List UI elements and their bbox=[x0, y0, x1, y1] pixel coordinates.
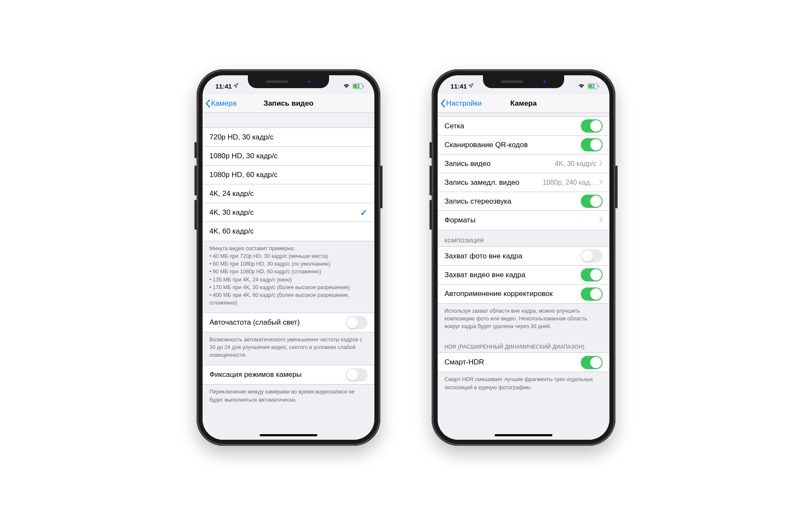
wifi-icon bbox=[578, 83, 585, 89]
row-detail: 4K, 30 кадр/с bbox=[555, 160, 597, 168]
toggle[interactable] bbox=[581, 268, 603, 281]
composition-footer: Используя захват области вне кадра, можн… bbox=[438, 304, 609, 336]
lock-camera-footer: Переключение между камерами во время вид… bbox=[203, 385, 374, 409]
row-label: Запись замедл. видео bbox=[444, 178, 543, 187]
svg-rect-5 bbox=[598, 85, 599, 87]
chevron-right-icon bbox=[599, 178, 603, 187]
row-label: Запись видео bbox=[444, 160, 555, 168]
volume-up[interactable] bbox=[430, 166, 432, 195]
svg-rect-2 bbox=[363, 85, 364, 87]
option-label: 4K, 30 кадр/с bbox=[209, 208, 360, 217]
check-icon: ✓ bbox=[360, 207, 368, 218]
settings-row[interactable]: Смарт-HDR bbox=[438, 353, 609, 372]
back-button[interactable]: Настройки bbox=[440, 99, 482, 108]
row-label: Захват фото вне кадра bbox=[444, 252, 581, 260]
power-button[interactable] bbox=[380, 166, 382, 208]
toggle[interactable] bbox=[581, 287, 603, 301]
nav-bar: Камера Запись видео bbox=[203, 94, 374, 113]
resolution-option[interactable]: 1080p HD, 60 кадр/с bbox=[203, 166, 374, 184]
nav-bar: Настройки Камера bbox=[438, 94, 609, 113]
mute-switch[interactable] bbox=[430, 142, 432, 158]
phone-right: 11:41 Настройки Камера bbox=[432, 69, 615, 446]
toggle[interactable] bbox=[581, 138, 603, 151]
notch bbox=[248, 75, 329, 88]
auto-fps-footer: Возможность автоматического уменьшения ч… bbox=[203, 332, 374, 365]
resolution-option[interactable]: 4K, 30 кадр/с✓ bbox=[203, 203, 374, 222]
settings-row[interactable]: Запись замедл. видео1080p, 240 кад… bbox=[438, 173, 609, 192]
hdr-footer: Смарт-HDR смешивает лучшие фрагменты тре… bbox=[438, 372, 609, 397]
volume-up[interactable] bbox=[194, 166, 197, 195]
content: 720p HD, 30 кадр/с1080p HD, 30 кадр/с108… bbox=[203, 113, 374, 440]
row-label: Захват видео вне кадра bbox=[444, 271, 581, 279]
mute-switch[interactable] bbox=[194, 142, 197, 158]
settings-row[interactable]: Сканирование QR-кодов bbox=[438, 136, 609, 154]
nav-title: Камера bbox=[510, 99, 537, 108]
row-detail: 1080p, 240 кад… bbox=[543, 179, 597, 186]
location-icon bbox=[468, 83, 474, 89]
battery-icon bbox=[588, 83, 599, 89]
nav-title: Запись видео bbox=[264, 99, 314, 108]
camera-group-1: СеткаСканирование QR-кодовЗапись видео4K… bbox=[438, 116, 609, 230]
settings-row[interactable]: Форматы bbox=[438, 211, 609, 230]
option-label: 4K, 60 кадр/с bbox=[209, 227, 368, 236]
row-label: Форматы bbox=[444, 216, 599, 225]
row-label: Автоприменение корректировок bbox=[444, 290, 581, 298]
composition-header: КОМПОЗИЦИЯ bbox=[438, 230, 609, 246]
toggle[interactable] bbox=[581, 356, 603, 369]
phone-left: 11:41 Камера Запись видео bbox=[197, 69, 380, 446]
status-time: 11:41 bbox=[215, 83, 232, 90]
resolution-option[interactable]: 720p HD, 30 кадр/с bbox=[203, 128, 374, 147]
row-label: Запись стереозвука bbox=[444, 197, 581, 206]
lock-camera-group: Фиксация режимов камеры bbox=[203, 365, 374, 385]
volume-down[interactable] bbox=[194, 200, 197, 230]
auto-fps-group: Авточастота (слабый свет) bbox=[203, 313, 374, 332]
svg-rect-1 bbox=[353, 84, 359, 88]
option-label: 1080p HD, 60 кадр/с bbox=[209, 171, 368, 179]
back-label: Настройки bbox=[446, 99, 482, 108]
settings-row[interactable]: Запись видео4K, 30 кадр/с bbox=[438, 154, 609, 173]
hdr-group: Смарт-HDR bbox=[438, 352, 609, 372]
home-indicator[interactable] bbox=[260, 434, 318, 436]
power-button[interactable] bbox=[615, 166, 618, 208]
option-label: 4K, 24 кадр/с bbox=[209, 189, 368, 198]
content: СеткаСканирование QR-кодовЗапись видео4K… bbox=[438, 113, 609, 440]
row-label: Сканирование QR-кодов bbox=[444, 141, 581, 149]
chevron-right-icon bbox=[599, 216, 603, 225]
hdr-header: HDR (РАСШИРЕННЫЙ ДИНАМИЧЕСКИЙ ДИАПАЗОН) bbox=[438, 336, 609, 352]
resolution-group: 720p HD, 30 кадр/с1080p HD, 30 кадр/с108… bbox=[203, 127, 374, 241]
chevron-right-icon bbox=[599, 160, 603, 168]
resolution-option[interactable]: 4K, 24 кадр/с bbox=[203, 184, 374, 203]
row-label: Смарт-HDR bbox=[444, 358, 581, 367]
svg-rect-4 bbox=[588, 84, 594, 88]
toggle[interactable] bbox=[581, 249, 603, 263]
status-time: 11:41 bbox=[450, 83, 467, 90]
option-label: 1080p HD, 30 кадр/с bbox=[209, 152, 368, 160]
lock-camera-toggle[interactable] bbox=[346, 368, 368, 382]
home-indicator[interactable] bbox=[495, 434, 553, 436]
chevron-left-icon bbox=[205, 99, 210, 108]
toggle[interactable] bbox=[581, 195, 603, 208]
settings-row[interactable]: Захват фото вне кадра bbox=[438, 247, 609, 266]
settings-row[interactable]: Автоприменение корректировок bbox=[438, 284, 609, 303]
back-label: Камера bbox=[211, 99, 236, 108]
settings-row[interactable]: Запись стереозвука bbox=[438, 192, 609, 211]
row-label: Сетка bbox=[444, 122, 581, 130]
auto-fps-label: Авточастота (слабый свет) bbox=[209, 318, 346, 327]
resolution-option[interactable]: 4K, 60 кадр/с bbox=[203, 222, 374, 241]
volume-down[interactable] bbox=[430, 200, 432, 230]
chevron-left-icon bbox=[440, 99, 445, 108]
wifi-icon bbox=[343, 83, 350, 89]
composition-group: Захват фото вне кадраЗахват видео вне ка… bbox=[438, 246, 609, 304]
notch bbox=[483, 75, 564, 88]
resolution-option[interactable]: 1080p HD, 30 кадр/с bbox=[203, 147, 374, 166]
back-button[interactable]: Камера bbox=[205, 99, 236, 108]
settings-row[interactable]: Захват видео вне кадра bbox=[438, 266, 609, 284]
settings-row[interactable]: Сетка bbox=[438, 117, 609, 136]
lock-camera-row[interactable]: Фиксация режимов камеры bbox=[203, 365, 374, 384]
auto-fps-toggle[interactable] bbox=[346, 316, 368, 329]
auto-fps-row[interactable]: Авточастота (слабый свет) bbox=[203, 313, 374, 332]
option-label: 720p HD, 30 кадр/с bbox=[209, 133, 368, 142]
toggle[interactable] bbox=[581, 119, 603, 133]
size-footer: Минута видео составит примерно:• 40 МБ п… bbox=[203, 241, 374, 313]
battery-icon bbox=[353, 83, 364, 89]
